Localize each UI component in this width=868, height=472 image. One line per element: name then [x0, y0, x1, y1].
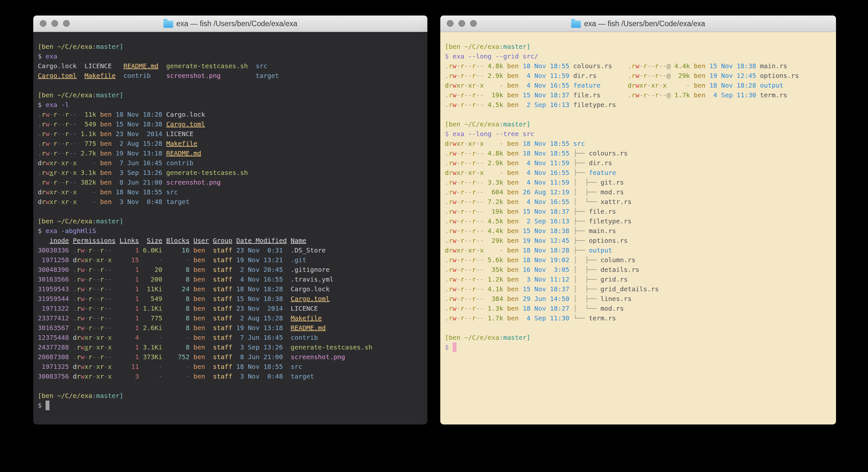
permission-bits: - [468, 91, 472, 99]
permission-bits: w [453, 178, 457, 186]
text-run: ben [503, 246, 519, 254]
permission-bits: - [92, 246, 96, 254]
text-run: README.md [291, 324, 326, 332]
permission-bits: . [445, 217, 449, 225]
permission-bits: x [108, 343, 112, 351]
permission-bits: w [453, 217, 457, 225]
text-run [569, 159, 573, 167]
permission-bits: - [85, 304, 89, 312]
permission-bits: r [89, 363, 92, 371]
permission-bits: w [453, 266, 457, 273]
permission-bits: x [468, 140, 472, 147]
terminal-line [38, 207, 423, 216]
text-run: - [76, 188, 96, 196]
permission-bits: x [96, 373, 100, 380]
permission-bits: - [476, 295, 480, 303]
permission-bits: x [457, 82, 460, 89]
text-run [232, 237, 236, 244]
zoom-button[interactable] [470, 20, 477, 27]
permission-bits: w [81, 334, 84, 342]
permission-bits: - [85, 295, 89, 303]
text-run: ben [503, 314, 519, 322]
text-run: 3 Nov 11:12 [519, 275, 569, 283]
text-run: generate-testcases.sh [283, 343, 372, 351]
terminal-line: .rw-r--r-- 4.4k ben 15 Nov 18:38 ├── mai… [445, 226, 832, 236]
permission-bits: - [104, 363, 108, 371]
text-run: 6.0Ki [139, 246, 162, 254]
titlebar[interactable]: exa — fish /Users/ben/Code/exa/exa [440, 16, 836, 32]
desktop: { "titlebar": {"title": "exa — fish /Use… [0, 0, 868, 472]
text-run: └── [573, 314, 589, 322]
permission-bits: - [108, 275, 112, 283]
permission-bits: - [57, 159, 61, 167]
permission-bits: - [651, 72, 655, 80]
permission-bits: - [457, 237, 460, 244]
permission-bits: - [85, 275, 89, 283]
text-run: :master] [499, 43, 530, 51]
terminal-screen-left[interactable]: [ben ~/C/e/exa:master]$ exaCargo.lock LI… [33, 32, 427, 413]
permission-bits: - [480, 314, 484, 322]
permission-bits: - [476, 72, 480, 80]
terminal-screen-right[interactable]: [ben ~/C/e/exa:master]$ exa --long --gri… [440, 32, 836, 355]
text-run: .DS_Store [283, 246, 326, 254]
permission-bits: r [449, 246, 453, 254]
minimize-button[interactable] [51, 20, 58, 27]
terminal-line: .rw-r--r-- 1.2k ben 3 Nov 11:12 │ ├── gr… [445, 274, 832, 284]
permission-bits: r [89, 285, 92, 293]
permission-bits: r [76, 334, 81, 342]
text-run: output [756, 82, 783, 89]
text-run: term.rs [589, 314, 616, 322]
close-button[interactable] [447, 20, 454, 27]
permission-bits: r [655, 72, 659, 80]
permission-bits: - [108, 246, 112, 254]
permission-bits: r [472, 82, 476, 89]
permission-bits: r [100, 324, 104, 332]
permission-bits: r [449, 304, 453, 312]
text-run: 24 [162, 285, 189, 293]
permission-bits: w [453, 101, 457, 109]
permission-bits: r [100, 246, 104, 254]
permission-bits: - [647, 62, 651, 70]
permission-bits: - [50, 140, 53, 147]
permission-bits: r [89, 334, 92, 342]
permission-bits: - [50, 111, 53, 118]
permission-bits: w [453, 62, 457, 70]
permission-bits: r [449, 275, 453, 283]
text-run: │ └── [573, 198, 600, 206]
text-run [69, 256, 73, 264]
minimize-button[interactable] [458, 20, 465, 27]
permission-bits: x [457, 246, 460, 254]
permission-bits: r [460, 275, 464, 283]
permission-bits: r [53, 178, 57, 186]
permission-bits: - [108, 285, 112, 293]
text-run: Permissions [73, 237, 115, 244]
permission-bits: w [45, 159, 50, 167]
permission-bits: - [92, 256, 96, 264]
zoom-button[interactable] [63, 20, 70, 27]
permission-bits: - [57, 120, 61, 128]
permission-bits: r [449, 198, 453, 206]
text-run: 15 Nov 18:38 [232, 295, 283, 303]
permission-bits: . [445, 227, 449, 235]
titlebar[interactable]: exa — fish /Users/ben/Code/exa/exa [33, 16, 427, 32]
close-button[interactable] [40, 20, 46, 27]
permission-bits: r [100, 353, 104, 361]
permission-bits: - [464, 198, 468, 206]
text-run: main.rs [756, 62, 787, 70]
text-run: 19 Nov 12:45 [519, 237, 569, 244]
permission-bits: r [643, 82, 647, 89]
permission-bits: w [453, 82, 457, 89]
permission-bits: - [104, 373, 108, 380]
permission-bits: x [96, 363, 100, 371]
permission-bits: . [73, 295, 76, 303]
permission-bits: - [464, 266, 468, 273]
permission-bits: - [480, 72, 484, 80]
text-run: Makefile [166, 140, 197, 147]
permission-bits: r [76, 246, 81, 254]
permission-bits: r [472, 91, 476, 99]
permission-bits: x [468, 246, 472, 254]
text-run: 4 Sep 11:30 [519, 314, 569, 322]
text-run: 2 Aug 15:28 [112, 140, 162, 147]
permission-bits: d [445, 82, 449, 89]
permission-bits: - [50, 178, 53, 186]
